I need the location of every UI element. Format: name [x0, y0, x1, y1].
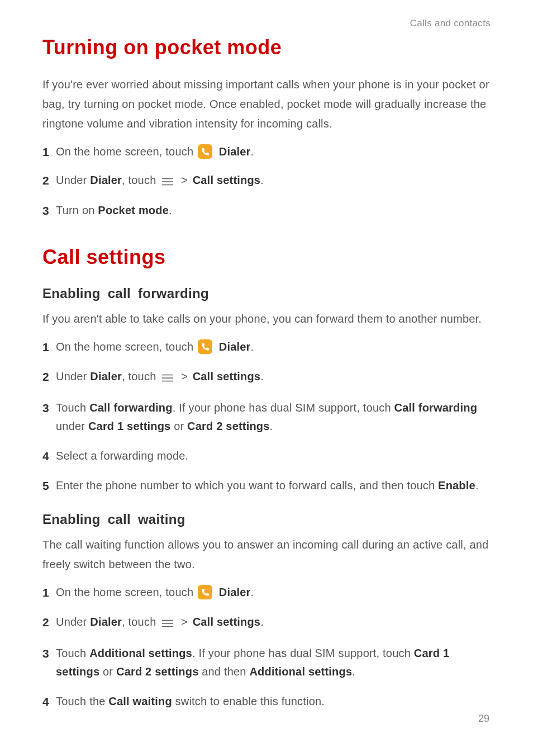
bold-text: Card 1 settings [88, 420, 170, 432]
menu-icon [161, 173, 174, 191]
step-text: . [270, 420, 273, 432]
step-text: On the home screen, touch [56, 145, 197, 158]
chevron-right-icon: > [181, 174, 188, 186]
step-text: . [251, 145, 254, 158]
step-text: . If your phone has dual SIM support, to… [192, 647, 414, 659]
step-text: . [352, 665, 355, 678]
steps-list-call-waiting: On the home screen, touch Dialer. Under … [42, 583, 491, 711]
step-text: switch to enable this function. [172, 695, 325, 707]
step-text: and then [198, 665, 249, 678]
section-intro: If you're ever worried about missing imp… [42, 75, 491, 134]
step-item: Touch Additional settings. If your phone… [42, 644, 491, 681]
page-number: 29 [478, 713, 489, 725]
step-text: Select a forwarding mode. [56, 450, 188, 462]
step-item: Select a forwarding mode. [42, 447, 491, 465]
svg-rect-4 [198, 339, 212, 354]
step-item: Under Dialer, touch > Call settings. [42, 367, 491, 388]
step-item: On the home screen, touch Dialer. [42, 143, 491, 161]
subsection-intro: If you aren't able to take calls on your… [42, 309, 491, 329]
bold-text: Dialer [90, 370, 122, 382]
step-item: On the home screen, touch Dialer. [42, 583, 491, 602]
section-title-pocket-mode: Turning on pocket mode [42, 36, 491, 59]
bold-text: Call settings [193, 174, 261, 186]
bold-text: Call settings [193, 370, 261, 382]
bold-text: Call forwarding [394, 401, 478, 414]
step-text: On the home screen, touch [56, 341, 197, 353]
step-text: Under [56, 174, 90, 186]
step-item: On the home screen, touch Dialer. [42, 338, 491, 356]
step-text: , touch [122, 174, 159, 186]
step-text: Touch [56, 401, 89, 414]
bold-text: Dialer [90, 174, 122, 186]
step-text: Under [56, 616, 90, 628]
step-item: Under Dialer, touch > Call settings. [42, 613, 491, 633]
svg-rect-8 [198, 585, 212, 599]
step-text: under [56, 420, 88, 432]
bold-text: Dialer [219, 145, 251, 158]
bold-text: Call settings [193, 616, 261, 628]
subsection-intro: The call waiting function allows you to … [42, 535, 491, 574]
step-text: . [169, 204, 172, 216]
bold-text: Call waiting [108, 695, 172, 707]
bold-text: Enable [438, 479, 475, 492]
bold-text: Call forwarding [89, 401, 173, 414]
step-text: . [251, 586, 254, 598]
bold-text: Card 2 settings [116, 665, 198, 678]
step-text: . [260, 616, 264, 628]
chevron-right-icon: > [181, 616, 188, 628]
bold-text: Dialer [219, 586, 251, 598]
bold-text: Additional settings [249, 665, 352, 678]
menu-icon [161, 369, 174, 388]
step-text: Enter the phone number to which you want… [56, 479, 438, 492]
step-text: Touch the [56, 695, 108, 707]
step-text: , touch [122, 616, 159, 628]
subsection-title-call-forwarding: Enabling call forwarding [42, 286, 491, 301]
step-item: Touch the Call waiting switch to enable … [42, 692, 491, 711]
manual-page: Calls and contacts Turning on pocket mod… [0, 0, 533, 756]
bold-text: Pocket mode [98, 204, 169, 216]
step-text: . [260, 370, 264, 382]
dialer-icon [198, 144, 212, 159]
svg-rect-0 [198, 144, 212, 159]
steps-list-pocket-mode: On the home screen, touch Dialer. Under … [42, 143, 491, 220]
bold-text: Dialer [219, 341, 251, 353]
bold-text: Card 2 settings [187, 420, 269, 432]
steps-list-call-forwarding: On the home screen, touch Dialer. Under … [42, 338, 491, 495]
step-text: Under [56, 370, 90, 382]
step-item: Turn on Pocket mode. [42, 201, 491, 220]
step-text: Touch [56, 647, 89, 659]
step-text: . [475, 479, 479, 492]
section-title-call-settings: Call settings [42, 245, 491, 269]
bold-text: Dialer [90, 616, 122, 628]
step-text: or [99, 665, 116, 678]
step-text: or [170, 420, 187, 432]
dialer-icon [198, 585, 212, 599]
dialer-icon [198, 339, 212, 354]
step-text: . [251, 341, 254, 353]
breadcrumb: Calls and contacts [42, 18, 491, 29]
step-text: Turn on [56, 204, 98, 216]
subsection-title-call-waiting: Enabling call waiting [42, 512, 491, 527]
menu-icon [161, 615, 174, 633]
step-text: . If your phone has dual SIM support, to… [173, 401, 394, 414]
step-item: Touch Call forwarding. If your phone has… [42, 399, 491, 436]
bold-text: Additional settings [89, 647, 192, 659]
step-text: , touch [122, 370, 159, 382]
step-text: On the home screen, touch [56, 586, 197, 598]
step-item: Under Dialer, touch > Call settings. [42, 171, 491, 191]
step-item: Enter the phone number to which you want… [42, 476, 491, 495]
step-text: . [260, 174, 264, 186]
chevron-right-icon: > [181, 370, 188, 382]
